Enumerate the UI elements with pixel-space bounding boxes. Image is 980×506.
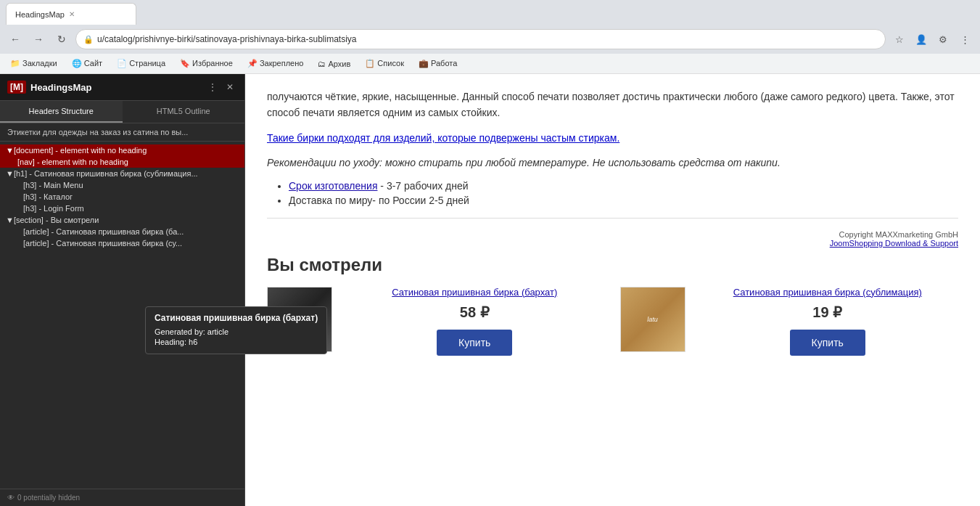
tab-headers-structure[interactable]: Headers Structure	[0, 101, 123, 123]
tooltip: Сатиновая пришивная бирка (бархат) Gener…	[145, 306, 327, 354]
bookmark-8[interactable]: 💼 Работа	[414, 57, 461, 70]
tab-close-icon[interactable]: ✕	[69, 10, 75, 18]
product-image-2: latu	[620, 287, 685, 352]
sidebar-title-container: [M] HeadingsMap	[7, 81, 92, 94]
eye-icon: 👁	[7, 494, 15, 502]
sidebar-options-button[interactable]: ⋮	[205, 80, 220, 94]
bookmark-2[interactable]: 🌐 Сайт	[67, 57, 107, 70]
viewed-section: Вы смотрели IMG Сатиновая пришивная бирк…	[267, 255, 958, 356]
joomshopping-link[interactable]: JoomShopping Download & Support	[830, 239, 958, 248]
tooltip-heading: Heading: h6	[155, 338, 318, 346]
bookmark-5[interactable]: 📌 Закреплено	[243, 57, 308, 70]
forward-button[interactable]: →	[29, 30, 48, 49]
product-name-2[interactable]: Сатиновая пришивная бирка (сублимация)	[697, 287, 959, 298]
reload-button[interactable]: ↻	[52, 30, 71, 49]
link-sroki[interactable]: Срок изготовления	[289, 180, 377, 192]
viewed-title: Вы смотрели	[267, 255, 958, 275]
sidebar-footer: 👁 0 potentially hidden	[0, 489, 244, 506]
sidebar-controls: ⋮ ✕	[205, 80, 237, 94]
buy-button-1[interactable]: Купить	[437, 330, 512, 356]
tree-item-h1[interactable]: ▼ [h1] - Сатиновая пришивная бирка (субл…	[0, 168, 244, 179]
bookmark-1[interactable]: 📁 Закладки	[6, 57, 62, 70]
tooltip-generated-by: Generated by: article	[155, 327, 318, 336]
bookmark-4[interactable]: 🔖 Избранное	[176, 57, 237, 70]
products-grid: IMG Сатиновая пришивная бирка (бархат) 5…	[267, 287, 958, 356]
tree-item-article-barkhat[interactable]: [article] - Сатиновая пришивная бирка (б…	[0, 226, 244, 237]
bookmark-3[interactable]: 📄 Страница	[112, 57, 170, 70]
bookmark-icon[interactable]: ☆	[890, 30, 909, 49]
tree-item-nav[interactable]: [nav] - element with no heading	[0, 156, 244, 168]
address-bar[interactable]: 🔒 u/catalog/prishivnye-birki/satinovaya-…	[75, 29, 886, 49]
tree-label-login: [h3] - Login Form	[23, 204, 84, 213]
sidebar-logo: [M]	[7, 81, 26, 94]
product-info-1: Сатиновая пришивная бирка (бархат) 58 ₽ …	[344, 287, 606, 356]
sidebar-close-button[interactable]: ✕	[223, 80, 237, 94]
tree-label-catalog: [h3] - Каталог	[23, 192, 73, 201]
paragraph-3-italic: Рекомендации по уходу: можно стирать при…	[267, 155, 958, 171]
hidden-count: 0 potentially hidden	[17, 494, 80, 502]
tab-label: HeadingsMap	[15, 10, 65, 19]
content-divider	[267, 218, 958, 219]
active-tab[interactable]: HeadingsMap ✕	[6, 3, 136, 25]
bullet-item-1: Срок изготовления - 3-7 рабочих дней	[289, 180, 958, 192]
bookmark-7[interactable]: 📋 Список	[361, 57, 408, 70]
tree-item-h3-catalog[interactable]: [h3] - Каталог	[0, 191, 244, 203]
browser-chrome: HeadingsMap ✕ ← → ↻ 🔒 u/catalog/prishivn…	[0, 0, 980, 74]
page-content: получаются чёткие, яркие, насыщенные. Да…	[245, 74, 980, 506]
paragraph-2: Такие бирки подходят для изделий, которы…	[267, 130, 958, 146]
tree-label-art2: [article] - Сатиновая пришивная бирка (с…	[23, 239, 182, 248]
tree-label-menu: [h3] - Main Menu	[23, 181, 83, 189]
tab-html5-outline[interactable]: HTML5 Outline	[123, 101, 245, 123]
tree-item-document[interactable]: ▼ [document] - element with no heading	[0, 144, 244, 156]
product-price-1: 58 ₽	[344, 303, 606, 321]
lock-icon: 🔒	[83, 35, 94, 44]
menu-icon[interactable]: ⋮	[955, 30, 974, 49]
tree-item-h3-menu[interactable]: [h3] - Main Menu	[0, 179, 244, 191]
bookmark-6[interactable]: 🗂 Архив	[313, 58, 355, 70]
main-area: [M] HeadingsMap ⋮ ✕ Headers Structure HT…	[0, 74, 980, 506]
bookmarks-bar: 📁 Закладки 🌐 Сайт 📄 Страница 🔖 Избранное…	[0, 54, 980, 74]
tree-item-article-sublim[interactable]: [article] - Сатиновая пришивная бирка (с…	[0, 237, 244, 249]
browser-tabs: HeadingsMap ✕	[0, 0, 980, 25]
url-text: u/catalog/prishivnye-birki/satinovaya-pr…	[97, 34, 356, 44]
profile-icon[interactable]: 👤	[912, 30, 931, 49]
sidebar-title-text: HeadingsMap	[30, 82, 92, 93]
tree-label-document: [document] - element with no heading	[14, 146, 147, 155]
bullet-item-2: Доставка по миру- по России 2-5 дней	[289, 195, 958, 206]
bullet-list: Срок изготовления - 3-7 рабочих дней Дос…	[289, 180, 958, 206]
paragraph-1: получаются чёткие, яркие, насыщенные. Да…	[267, 89, 958, 121]
copyright-text: Copyright MAXXmarketing GmbH	[267, 230, 958, 239]
sidebar-header: [M] HeadingsMap ⋮ ✕	[0, 74, 244, 101]
tree-label-section: [section] - Вы смотрели	[14, 216, 99, 224]
tree-item-section[interactable]: ▼ [section] - Вы смотрели	[0, 214, 244, 226]
buy-button-2[interactable]: Купить	[790, 330, 865, 356]
tree-toggle-h1: ▼	[6, 169, 14, 178]
tree-label-h1: [h1] - Сатиновая пришивная бирка (сублим…	[14, 169, 198, 178]
toolbar-icons: ☆ 👤 ⚙ ⋮	[890, 30, 974, 49]
back-button[interactable]: ←	[6, 30, 25, 49]
product-card-2: latu Сатиновая пришивная бирка (сублимац…	[620, 287, 959, 356]
tree-item-h3-login[interactable]: [h3] - Login Form	[0, 203, 244, 214]
headingsmap-sidebar: [M] HeadingsMap ⋮ ✕ Headers Structure HT…	[0, 74, 245, 506]
tree-toggle-section: ▼	[6, 216, 14, 224]
product-info-2: Сатиновая пришивная бирка (сублимация) 1…	[697, 287, 959, 356]
link-birki[interactable]: Такие бирки подходят для изделий, которы…	[267, 132, 619, 144]
tree-toggle-document: ▼	[6, 146, 14, 155]
extensions-icon[interactable]: ⚙	[934, 30, 952, 49]
section-footer: Copyright MAXXmarketing GmbH JoomShoppin…	[267, 230, 958, 248]
product-price-2: 19 ₽	[697, 303, 959, 321]
tooltip-title: Сатиновая пришивная бирка (бархат)	[155, 313, 318, 323]
sidebar-tabs: Headers Structure HTML5 Outline	[0, 101, 244, 123]
sidebar-breadcrumb: Этикетки для одежды на заказ из сатина п…	[0, 123, 244, 142]
tree-label-art1: [article] - Сатиновая пришивная бирка (б…	[23, 227, 184, 236]
browser-toolbar: ← → ↻ 🔒 u/catalog/prishivnye-birki/satin…	[0, 25, 980, 54]
tree-label-nav: [nav] - element with no heading	[17, 158, 128, 166]
product-name-1[interactable]: Сатиновая пришивная бирка (бархат)	[344, 287, 606, 298]
